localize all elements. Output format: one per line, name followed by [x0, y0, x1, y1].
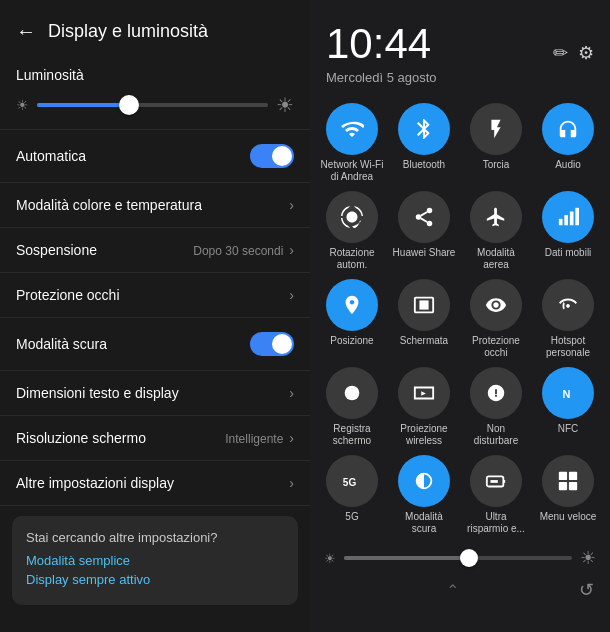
qs-tile-hotspot[interactable]: Hotspot personale [536, 279, 600, 359]
svg-rect-7 [570, 212, 574, 226]
svg-line-3 [421, 218, 427, 222]
brightness-fill [37, 103, 129, 107]
settings-label-protezione-occhi: Protezione occhi [16, 287, 120, 303]
back-button[interactable]: ← [16, 20, 36, 43]
settings-label-modalita-scura: Modalità scura [16, 336, 107, 352]
brightness-label: Luminosità [16, 67, 294, 83]
qs-label-protezione-occhi: Protezione occhi [472, 335, 520, 359]
svg-rect-16 [569, 482, 577, 490]
qs-label-non-disturbare: Non disturbare [474, 423, 518, 447]
brightness-row: Luminosità ☀ ☀ [0, 55, 310, 130]
qs-tile-nfc[interactable]: NNFC [536, 367, 600, 447]
qs-tile-audio[interactable]: Audio [536, 103, 600, 183]
qs-tile-non-disturbare[interactable]: Non disturbare [464, 367, 528, 447]
settings-item-dimensioni-testo[interactable]: Dimensioni testo e display › [0, 371, 310, 416]
qs-icon-5g: 5G [326, 455, 378, 507]
sun-small-icon: ☀ [16, 97, 29, 113]
qs-tile-5g[interactable]: 5G5G [320, 455, 384, 535]
svg-text:N: N [563, 388, 571, 400]
brightness-sun-lg-icon: ☀ [580, 547, 596, 569]
bottom-card: Stai cercando altre impostazioni? Modali… [12, 516, 298, 605]
qs-label-modalita-aerea: Modalità aerea [477, 247, 515, 271]
chevron-icon-protezione: › [289, 287, 294, 303]
qs-tile-proiezione-wireless[interactable]: Proiezione wireless [392, 367, 456, 447]
qs-tile-wifi[interactable]: Network Wi-Fi di Andrea [320, 103, 384, 183]
qs-tile-bluetooth[interactable]: Bluetooth [392, 103, 456, 183]
bottom-brightness-slider[interactable] [344, 556, 572, 560]
qs-tile-protezione-occhi[interactable]: Protezione occhi [464, 279, 528, 359]
qs-tile-menu-veloce[interactable]: Menu veloce [536, 455, 600, 535]
svg-rect-6 [564, 215, 568, 225]
qs-icon-modalita-aerea [470, 191, 522, 243]
qs-tile-dati-mobili[interactable]: Dati mobili [536, 191, 600, 271]
qs-icon-proiezione-wireless [398, 367, 450, 419]
bottom-brightness-thumb[interactable] [460, 549, 478, 567]
qs-tile-ultra-risparmio[interactable]: Ultra risparmio e... [464, 455, 528, 535]
brightness-thumb[interactable] [119, 95, 139, 115]
settings-item-modalita-scura[interactable]: Modalità scura [0, 318, 310, 371]
svg-point-2 [427, 221, 433, 227]
settings-icon[interactable]: ⚙ [578, 42, 594, 64]
brightness-slider[interactable] [37, 103, 268, 107]
qs-icon-huawei-share [398, 191, 450, 243]
qs-tile-posizione[interactable]: Posizione [320, 279, 384, 359]
settings-label-altre: Altre impostazioni display [16, 475, 174, 491]
svg-rect-14 [569, 472, 577, 480]
qs-tile-modalita-aerea[interactable]: Modalità aerea [464, 191, 528, 271]
qs-icon-wifi [326, 103, 378, 155]
time-display: 10:44 [326, 20, 437, 68]
qs-icon-torcia [470, 103, 522, 155]
bottom-bar: ⌃ ↺ [310, 575, 610, 609]
svg-point-0 [427, 208, 433, 214]
settings-item-protezione-occhi[interactable]: Protezione occhi › [0, 273, 310, 318]
svg-rect-5 [559, 219, 563, 225]
qs-tile-registra-schermo[interactable]: Registra schermo [320, 367, 384, 447]
settings-item-automatica[interactable]: Automatica [0, 130, 310, 183]
settings-item-modalita-colore[interactable]: Modalità colore e temperatura › [0, 183, 310, 228]
left-header: ← Display e luminosità [0, 0, 310, 55]
bottom-card-title: Stai cercando altre impostazioni? [26, 530, 284, 545]
settings-item-sospensione[interactable]: Sospensione Dopo 30 secondi › [0, 228, 310, 273]
qs-icon-menu-veloce [542, 455, 594, 507]
qs-icon-nfc: N [542, 367, 594, 419]
qs-label-menu-veloce: Menu veloce [540, 511, 597, 523]
quick-settings-grid: Network Wi-Fi di AndreaBluetoothTorciaAu… [310, 95, 610, 543]
qs-icon-audio [542, 103, 594, 155]
svg-point-1 [416, 214, 422, 220]
qs-tile-huawei-share[interactable]: Huawei Share [392, 191, 456, 271]
svg-rect-8 [575, 208, 579, 225]
qs-label-modalita-scura: Modalità scura [405, 511, 443, 535]
edit-icon[interactable]: ✏ [553, 42, 568, 64]
refresh-icon[interactable]: ↺ [579, 579, 594, 601]
modalita-semplice-link[interactable]: Modalità semplice [26, 553, 284, 568]
qs-label-nfc: NFC [558, 423, 579, 435]
qs-tile-torcia[interactable]: Torcia [464, 103, 528, 183]
qs-icon-rotazione [326, 191, 378, 243]
qs-label-huawei-share: Huawei Share [393, 247, 456, 259]
qs-tile-schermata[interactable]: Schermata [392, 279, 456, 359]
svg-rect-13 [559, 472, 567, 480]
settings-list: Luminosità ☀ ☀ Automatica Modalità color… [0, 55, 310, 632]
toggle-thumb-automatica [272, 146, 292, 166]
toggle-modalita-scura[interactable] [250, 332, 294, 356]
qs-label-audio: Audio [555, 159, 581, 171]
qs-tile-rotazione[interactable]: Rotazione autom. [320, 191, 384, 271]
qs-label-registra-schermo: Registra schermo [333, 423, 371, 447]
notif-icons: ✏ ⚙ [553, 42, 594, 64]
qs-label-schermata: Schermata [400, 335, 448, 347]
qs-label-bluetooth: Bluetooth [403, 159, 445, 171]
chevron-icon-dimensioni: › [289, 385, 294, 401]
settings-value-sospensione: Dopo 30 secondi [193, 244, 283, 258]
settings-item-risoluzione[interactable]: Risoluzione schermo Intelligente › [0, 416, 310, 461]
display-sempre-attivo-link[interactable]: Display sempre attivo [26, 572, 284, 587]
toggle-automatica[interactable] [250, 144, 294, 168]
qs-icon-bluetooth [398, 103, 450, 155]
settings-value-risoluzione: Intelligente [225, 432, 283, 446]
notification-area: 10:44 Mercoledì 5 agosto ✏ ⚙ [310, 0, 610, 95]
qs-label-dati-mobili: Dati mobili [545, 247, 592, 259]
qs-icon-dati-mobili [542, 191, 594, 243]
qs-tile-modalita-scura[interactable]: Modalità scura [392, 455, 456, 535]
toggle-thumb-scura [272, 334, 292, 354]
svg-text:5G: 5G [343, 477, 357, 488]
settings-item-altre[interactable]: Altre impostazioni display › [0, 461, 310, 506]
